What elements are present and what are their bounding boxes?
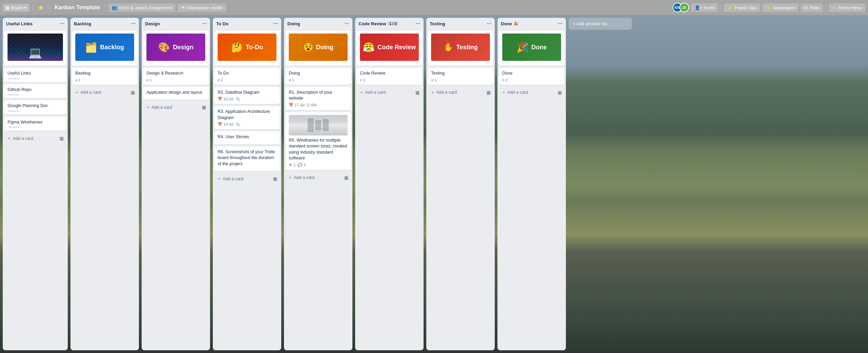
workspace-visible-button[interactable]: 👁 Workspace visible bbox=[178, 3, 226, 12]
star-button[interactable]: ⭐ bbox=[35, 4, 46, 12]
add-card-button-useful-links[interactable]: ＋ Add a card ▦ bbox=[4, 133, 66, 143]
card-code-review-1[interactable]: Code Review ≡ 1 bbox=[357, 68, 422, 85]
card-r4-user-stories[interactable]: R4. User Stories bbox=[214, 131, 280, 144]
card-doing-1[interactable]: Doing ≡ 1 bbox=[285, 68, 351, 85]
cover-emoji: 🎨 bbox=[158, 42, 170, 53]
card-meta: 👁 1 💬 2 bbox=[289, 163, 348, 167]
add-list-button[interactable]: + Add another list bbox=[569, 18, 632, 30]
card-title: Backlog bbox=[75, 70, 134, 77]
add-card-label: Add a card bbox=[152, 105, 172, 110]
automation-icon: ⚡ bbox=[766, 5, 771, 10]
card-done-1[interactable]: Done ≡ 2 bbox=[499, 68, 565, 85]
workspace-label: Krish & James Assignment bbox=[119, 5, 172, 10]
card-google-planning-doc[interactable]: Google Planning Doc bbox=[4, 100, 66, 115]
plus-icon: ＋ bbox=[430, 90, 435, 95]
date-badge: 📅 17 Jul bbox=[289, 103, 305, 107]
card-title: Code Review bbox=[360, 70, 419, 77]
board-area: Useful Links ··· Useful Links bbox=[0, 15, 868, 353]
board-menu-item[interactable]: ▦ Board ▾ bbox=[3, 4, 29, 12]
cover-text: Backlog bbox=[100, 44, 124, 51]
card-doing-cover[interactable]: 😵 Doing bbox=[285, 31, 351, 66]
code-review-count: 1 / 3 bbox=[388, 22, 398, 26]
attachment-badge: ≡ 1 bbox=[289, 78, 294, 82]
date-badge: 📅 13 Jul bbox=[218, 97, 233, 101]
column-menu-button-code-review[interactable]: ··· bbox=[416, 21, 420, 27]
add-card-button-testing[interactable]: ＋ Add a card ▦ bbox=[428, 88, 493, 97]
card-r1-description[interactable]: R1. Description of your website 📅 17 Jul… bbox=[285, 87, 351, 110]
avatar-stack: KK JX bbox=[673, 3, 689, 12]
card-design-research[interactable]: Design & Research ≡ 1 bbox=[143, 68, 209, 85]
design-cover-image: 🎨 Design bbox=[146, 34, 205, 61]
card-todo-1[interactable]: To Do ≡ 1 bbox=[214, 68, 280, 85]
eye-icon: 👁 bbox=[181, 5, 185, 10]
add-card-button-todo[interactable]: ＋ Add a card ▦ bbox=[214, 174, 280, 184]
card-r6-screenshots[interactable]: R6. Screenshots of your Trello board thr… bbox=[214, 146, 280, 171]
column-backlog: Backlog ··· 🗂️ Backlog Backlog ≡ 1 bbox=[70, 18, 139, 350]
column-body-design: 🎨 Design Design & Research ≡ 1 Applicati… bbox=[142, 29, 210, 350]
powerups-label: Power-Ups bbox=[735, 5, 756, 10]
done-cover-image: 🎉 Done bbox=[502, 34, 561, 61]
add-card-label: Add a card bbox=[223, 176, 243, 181]
card-design-cover[interactable]: 🎨 Design bbox=[143, 31, 209, 66]
attachment-badge: ≡ 1 bbox=[146, 78, 152, 82]
add-card-button-design[interactable]: ＋ Add a card ▦ bbox=[143, 102, 209, 112]
column-title-todo: To Do bbox=[216, 21, 229, 26]
card-useful-links[interactable]: Useful Links bbox=[4, 68, 66, 82]
card-code-review-cover[interactable]: 😤 Code Review bbox=[357, 31, 422, 66]
cover-emoji: 🗂️ bbox=[85, 42, 97, 53]
card-ul-cover[interactable] bbox=[4, 31, 66, 66]
card-meta: ≡ 2 bbox=[502, 78, 561, 82]
add-card-label: Add a card bbox=[365, 90, 386, 95]
invite-button[interactable]: 👤+ Invite bbox=[691, 3, 718, 12]
card-title: Figma Wireframes bbox=[8, 119, 63, 126]
card-label-bar bbox=[8, 78, 20, 79]
add-card-button-done[interactable]: ＋ Add a card ▦ bbox=[499, 88, 565, 97]
column-menu-button-todo[interactable]: ··· bbox=[273, 21, 278, 27]
card-github-repo[interactable]: Github Repo bbox=[4, 84, 66, 99]
column-title-useful-links: Useful Links bbox=[6, 21, 33, 26]
card-application-design[interactable]: Application design and layout bbox=[143, 87, 209, 100]
add-card-button-backlog[interactable]: ＋ Add a card ▦ bbox=[72, 88, 138, 97]
card-testing-1[interactable]: Testing ≡ 1 bbox=[428, 68, 493, 85]
nav-separator-3 bbox=[105, 4, 106, 11]
column-menu-button-backlog[interactable]: ··· bbox=[131, 21, 135, 27]
avatar-jx[interactable]: JX bbox=[679, 3, 689, 12]
board-title[interactable]: Kanban Template bbox=[52, 3, 103, 12]
nav-separator-5 bbox=[826, 4, 826, 11]
column-menu-button-useful-links[interactable]: ··· bbox=[60, 21, 64, 27]
card-backlog-1[interactable]: Backlog ≡ 1 bbox=[72, 68, 138, 85]
column-title-done: Done 🎉 bbox=[501, 21, 519, 26]
card-done-cover[interactable]: 🎉 Done bbox=[499, 31, 565, 66]
powerups-button[interactable]: ⚡ Power-Ups bbox=[724, 3, 760, 12]
todo-cover-image: 🤔 To-Do bbox=[218, 34, 276, 61]
add-card-button-code-review[interactable]: ＋ Add a card ▦ bbox=[357, 88, 422, 97]
card-title: To Do bbox=[218, 70, 276, 77]
column-header-left: To Do bbox=[216, 21, 229, 26]
card-figma-wireframes[interactable]: Figma Wireframes bbox=[4, 117, 66, 131]
filter-button[interactable]: ⊟ Filter bbox=[801, 3, 823, 12]
show-menu-button[interactable]: ⋯ Show menu bbox=[829, 3, 865, 12]
card-r2-dataflow[interactable]: R2. Dataflow Diagram 📅 13 Jul 📎 bbox=[214, 87, 280, 104]
card-testing-cover[interactable]: ✋ Testing bbox=[428, 31, 493, 66]
add-card-label: Add a card bbox=[436, 90, 457, 95]
automation-button[interactable]: ⚡ Automation bbox=[762, 3, 799, 12]
card-todo-cover[interactable]: 🤔 To-Do bbox=[214, 31, 280, 66]
column-menu-button-testing[interactable]: ··· bbox=[487, 21, 491, 27]
card-meta: ≡ 1 bbox=[75, 78, 134, 82]
plus-icon: ＋ bbox=[217, 176, 221, 182]
plus-icon: ＋ bbox=[359, 90, 364, 95]
cover-emoji: 🎉 bbox=[517, 42, 529, 53]
workspace-button[interactable]: 👥 Krish & James Assignment bbox=[108, 3, 176, 12]
cover-emoji: 🤔 bbox=[231, 42, 243, 53]
column-header-left: Doing bbox=[287, 21, 300, 26]
card-backlog-cover[interactable]: 🗂️ Backlog bbox=[72, 31, 138, 66]
add-card-button-doing[interactable]: ＋ Add a card ▦ bbox=[285, 173, 351, 183]
template-icon: ▦ bbox=[131, 90, 135, 95]
card-r5-wireframes[interactable]: R5. Wireframes for multiple standard scr… bbox=[285, 112, 351, 170]
template-icon: ▦ bbox=[558, 90, 562, 95]
column-menu-button-done[interactable]: ··· bbox=[558, 21, 562, 27]
column-menu-button-doing[interactable]: ··· bbox=[345, 21, 349, 27]
card-r3-architecture[interactable]: R3. Application Architecture Diagram 📅 1… bbox=[214, 106, 280, 129]
column-menu-button-design[interactable]: ··· bbox=[202, 21, 207, 27]
column-header-left: Testing bbox=[430, 21, 445, 26]
